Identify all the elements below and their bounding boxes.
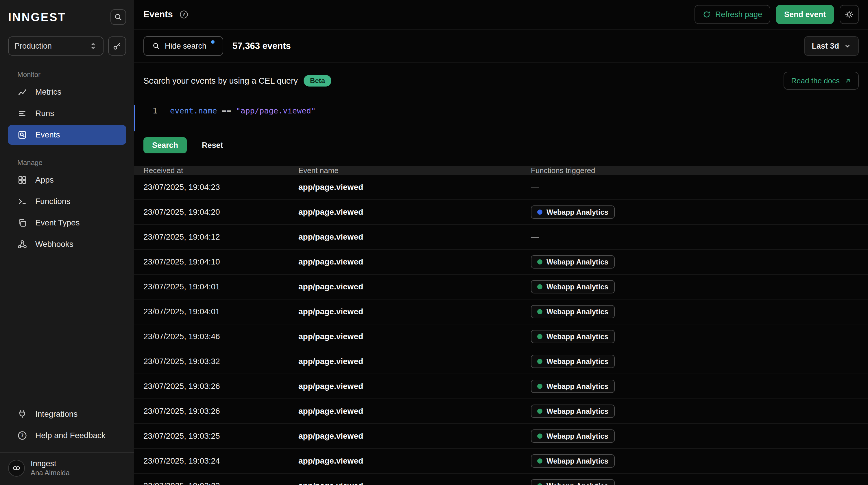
user-info: Inngest Ana Almeida [31,459,70,477]
sidebar-spacer [0,254,134,404]
cell-received-at: 23/07/2025, 19:04:01 [144,307,299,316]
table-row[interactable]: 23/07/2025, 19:03:46 app/page.viewed Web… [134,324,868,349]
status-dot [537,284,542,289]
status-dot [537,433,542,439]
arrow-up-right-icon [844,77,851,84]
cell-received-at: 23/07/2025, 19:03:26 [144,406,299,416]
table-row[interactable]: 23/07/2025, 19:03:26 app/page.viewed Web… [134,374,868,399]
sidebar-item-label: Runs [35,109,54,118]
avatar [8,460,25,477]
cell-event-name: app/page.viewed [299,431,531,441]
manage-nav: Apps Functions Event Types Webhooks [0,170,134,254]
status-dot [537,334,542,339]
app-root: INNGEST Production Monitor [0,0,868,485]
reset-button[interactable]: Reset [198,140,227,150]
table-row[interactable]: 23/07/2025, 19:04:01 app/page.viewed Web… [134,275,868,299]
integrations-icon [17,409,27,419]
sidebar-item-integrations[interactable]: Integrations [8,404,126,424]
table-body: 23/07/2025, 19:04:23 app/page.viewed — 2… [134,175,868,485]
table-row[interactable]: 23/07/2025, 19:04:20 app/page.viewed Web… [134,200,868,225]
cell-event-name: app/page.viewed [299,207,531,217]
function-badge[interactable]: Webapp Analytics [531,380,615,393]
function-badge[interactable]: Webapp Analytics [531,404,615,418]
time-range-selector[interactable]: Last 3d [804,36,859,56]
function-badge[interactable]: Webapp Analytics [531,330,615,343]
function-badge-label: Webapp Analytics [547,283,608,291]
status-dot [537,259,542,264]
cell-received-at: 23/07/2025, 19:04:23 [144,182,299,192]
sidebar-search-button[interactable] [111,9,126,25]
page-title: Events [144,9,173,20]
events-toolbar: Hide search 57,363 events Last 3d [134,30,868,62]
help-icon: ? [17,431,27,440]
cell-received-at: 23/07/2025, 19:04:12 [144,232,299,241]
function-badge[interactable]: Webapp Analytics [531,305,615,318]
event-keys-button[interactable] [108,36,126,56]
sidebar-item-functions[interactable]: Functions [8,192,126,211]
status-dot [537,483,542,485]
function-badge[interactable]: Webapp Analytics [531,479,615,485]
cell-received-at: 23/07/2025, 19:03:24 [144,456,299,466]
search-button[interactable]: Search [144,137,187,153]
send-event-button[interactable]: Send event [776,5,834,24]
function-badge[interactable]: Webapp Analytics [531,205,615,219]
webhooks-icon [17,239,27,249]
cel-search-panel: Search your events by using a CEL query … [134,62,868,162]
sidebar-header: INNGEST [0,0,134,25]
sidebar-item-events[interactable]: Events [8,125,126,145]
user-menu[interactable]: Inngest Ana Almeida [0,452,134,485]
svg-text:?: ? [182,12,185,17]
cel-panel-title: Search your events by using a CEL query [144,76,298,86]
function-badge[interactable]: Webapp Analytics [531,355,615,368]
table-row[interactable]: 23/07/2025, 19:03:25 app/page.viewed Web… [134,424,868,449]
function-badge[interactable]: Webapp Analytics [531,454,615,468]
cell-functions: Webapp Analytics [531,479,868,485]
refresh-page-button[interactable]: Refresh page [694,5,770,24]
status-dot [537,209,542,215]
function-badge-label: Webapp Analytics [547,258,608,266]
user-org: Inngest [31,459,70,468]
sidebar-item-event-types[interactable]: Event Types [8,213,126,233]
read-docs-button[interactable]: Read the docs [783,72,859,90]
table-row[interactable]: 23/07/2025, 19:03:26 app/page.viewed Web… [134,399,868,424]
cell-event-name: app/page.viewed [299,232,531,241]
hide-search-button[interactable]: Hide search [144,36,223,56]
function-badge[interactable]: Webapp Analytics [531,280,615,293]
table-row[interactable]: 23/07/2025, 19:03:24 app/page.viewed Web… [134,449,868,474]
cell-event-name: app/page.viewed [299,332,531,341]
table-row[interactable]: 23/07/2025, 19:04:01 app/page.viewed Web… [134,299,868,324]
table-header: Received at Event name Functions trigger… [134,166,868,175]
monitor-nav: Metrics Runs Events [0,82,134,145]
hide-search-label: Hide search [165,42,207,51]
sidebar-item-label: Metrics [35,87,61,97]
function-badge[interactable]: Webapp Analytics [531,255,615,268]
page-help-icon[interactable]: ? [179,10,188,19]
settings-button[interactable] [840,5,859,24]
table-row[interactable]: 23/07/2025, 19:03:32 app/page.viewed Web… [134,349,868,374]
function-badge-label: Webapp Analytics [547,358,608,366]
cell-functions: — [531,232,868,241]
table-row[interactable]: 23/07/2025, 19:04:10 app/page.viewed Web… [134,250,868,275]
sidebar-item-label: Events [35,130,60,140]
environment-selector[interactable]: Production [8,36,103,56]
sidebar-item-help[interactable]: ? Help and Feedback [8,426,126,445]
table-row[interactable]: 23/07/2025, 19:04:23 app/page.viewed — [134,175,868,200]
editor-focus-accent [134,105,135,132]
cell-received-at: 23/07/2025, 19:03:25 [144,431,299,441]
function-badge-label: Webapp Analytics [547,432,608,440]
cell-functions: Webapp Analytics [531,355,868,368]
empty-functions-value: — [531,182,539,192]
sidebar-item-webhooks[interactable]: Webhooks [8,234,126,254]
sidebar-item-runs[interactable]: Runs [8,104,126,123]
sidebar-item-metrics[interactable]: Metrics [8,82,126,102]
sidebar-item-label: Help and Feedback [35,431,105,440]
line-number: 1 [147,106,157,115]
function-badge[interactable]: Webapp Analytics [531,429,615,443]
table-row[interactable]: 23/07/2025, 19:04:12 app/page.viewed — [134,225,868,250]
sidebar-item-apps[interactable]: Apps [8,170,126,190]
sidebar-item-label: Event Types [35,218,80,227]
table-row[interactable]: 23/07/2025, 19:03:23 app/page.viewed Web… [134,474,868,485]
runs-icon [17,109,27,118]
cel-query-editor[interactable]: 1 event.name == "app/page.viewed" [144,99,859,122]
page-header: Events ? Refresh page Send event [134,0,868,30]
